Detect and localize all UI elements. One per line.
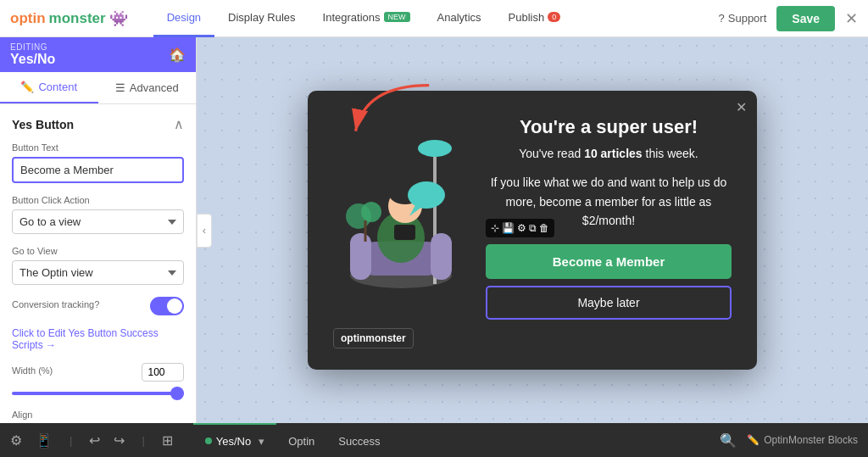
bottom-tab-success[interactable]: Success: [326, 423, 392, 457]
button-text-label: Button Text: [12, 142, 184, 153]
svg-rect-10: [394, 225, 415, 240]
save-button[interactable]: Save: [776, 6, 835, 31]
tab-content[interactable]: ✏️ Content: [0, 72, 98, 103]
script-link[interactable]: Click to Edit Yes Button Success Scripts…: [12, 327, 184, 351]
toolbar-move-icon[interactable]: ⊹: [491, 222, 499, 234]
nav-integrations[interactable]: Integrations NEW: [309, 0, 424, 37]
collapse-panel-button[interactable]: ‹: [197, 214, 212, 248]
left-panel: EDITING Yes/No 🏠 ✏️ Content ☰ Advanced Y…: [0, 37, 197, 423]
nav-links: Design Display Rules Integrations NEW An…: [153, 0, 719, 37]
member-button-container: ⊹ 💾 ⚙ ⧉ 🗑 Become a Member: [486, 244, 732, 286]
svg-rect-5: [350, 233, 371, 280]
popup: ✕: [308, 91, 757, 369]
canvas-area: ‹ ✕: [197, 37, 868, 423]
button-text-input[interactable]: [12, 157, 184, 183]
bottom-right: 🔍 ✏️ OptinMonster Blocks: [720, 432, 858, 449]
go-to-view-field: Go to View The Optin view: [12, 246, 184, 285]
maybe-later-button[interactable]: Maybe later: [486, 286, 732, 320]
become-member-button[interactable]: Become a Member: [486, 244, 732, 279]
nav-right: ? Support Save ✕: [719, 6, 858, 31]
settings-icon[interactable]: ⚙: [10, 432, 22, 449]
bottom-tab-yesno[interactable]: Yes/No ▾: [193, 423, 276, 457]
go-to-view-select[interactable]: The Optin view: [12, 260, 184, 285]
yesno-dot: [205, 437, 212, 444]
nav-display-rules[interactable]: Display Rules: [214, 0, 309, 37]
toolbar-copy-icon[interactable]: ⧉: [529, 222, 537, 234]
popup-logo-area: optinmonster: [333, 332, 732, 344]
width-field: Width (%): [12, 363, 184, 398]
mobile-icon[interactable]: 📱: [36, 432, 53, 449]
popup-title: You're a super user!: [486, 116, 732, 138]
panel-tabs: ✏️ Content ☰ Advanced: [0, 72, 196, 104]
pencil-blocks-icon: ✏️: [747, 434, 760, 446]
editing-title: Yes/No: [10, 52, 55, 67]
toolbar-delete-icon[interactable]: 🗑: [539, 222, 549, 234]
new-badge: NEW: [384, 12, 410, 22]
editing-label: EDITING: [10, 42, 55, 52]
search-icon[interactable]: 🔍: [720, 432, 737, 449]
nav-publish[interactable]: Publish 0: [495, 0, 575, 37]
svg-point-2: [418, 140, 452, 157]
click-action-select[interactable]: Go to a view: [12, 209, 184, 234]
chevron-down-icon: ▾: [259, 435, 264, 448]
popup-illustration: [333, 131, 469, 304]
divider2: |: [142, 434, 144, 447]
main-area: EDITING Yes/No 🏠 ✏️ Content ☰ Advanced Y…: [0, 37, 868, 423]
tab-advanced[interactable]: ☰ Advanced: [98, 72, 197, 103]
toolbar-save-icon[interactable]: 💾: [502, 222, 515, 234]
top-navigation: optinmonster 👾 Design Display Rules Inte…: [0, 0, 868, 37]
bottom-tab-optin[interactable]: Optin: [276, 423, 326, 457]
publish-badge: 0: [548, 12, 560, 22]
align-label: Align: [12, 410, 184, 420]
nav-design[interactable]: Design: [153, 0, 214, 37]
nav-analytics[interactable]: Analytics: [424, 0, 495, 37]
popup-inner: You're a super user! You've read 10 arti…: [333, 116, 732, 319]
popup-logo: optinmonster: [333, 328, 414, 348]
home-icon[interactable]: 🏠: [169, 47, 186, 63]
divider: |: [70, 434, 72, 447]
list-icon: ☰: [115, 81, 125, 94]
go-to-view-label: Go to View: [12, 246, 184, 256]
conversion-tracking-row: Conversion tracking?: [12, 297, 184, 315]
width-input[interactable]: [142, 363, 184, 382]
editing-info: EDITING Yes/No: [10, 42, 55, 67]
redo-icon[interactable]: ↪: [114, 432, 125, 449]
yes-button-section: Yes Button ∧: [12, 116, 184, 132]
bottom-tabs: Yes/No ▾ Optin Success: [193, 423, 392, 457]
blocks-button[interactable]: ✏️ OptinMonster Blocks: [747, 434, 858, 446]
click-action-field: Button Click Action Go to a view: [12, 195, 184, 234]
close-button[interactable]: ✕: [845, 9, 858, 28]
svg-rect-6: [431, 233, 452, 280]
illustration-svg: [333, 131, 469, 301]
svg-point-12: [361, 202, 381, 222]
section-title: Yes Button: [12, 118, 74, 131]
button-text-field: Button Text: [12, 142, 184, 183]
support-button[interactable]: ? Support: [719, 12, 767, 25]
undo-icon[interactable]: ↩: [89, 432, 100, 449]
logo-text: optin: [10, 10, 46, 27]
editing-header: EDITING Yes/No 🏠: [0, 37, 196, 72]
button-toolbar: ⊹ 💾 ⚙ ⧉ 🗑: [486, 219, 554, 237]
width-label: Width (%): [12, 365, 53, 376]
logo: optinmonster 👾: [10, 9, 128, 28]
panel-content: Yes Button ∧ Button Text Button Click Ac…: [0, 104, 196, 423]
popup-content: You're a super user! You've read 10 arti…: [486, 116, 732, 319]
conversion-toggle[interactable]: [150, 297, 184, 315]
pencil-icon: ✏️: [20, 81, 34, 93]
grid-icon[interactable]: ⊞: [162, 432, 173, 449]
toolbar-settings-icon[interactable]: ⚙: [517, 222, 526, 234]
popup-subtitle: You've read 10 articles this week.: [486, 145, 732, 163]
width-slider[interactable]: [12, 392, 184, 395]
popup-close-icon[interactable]: ✕: [736, 99, 747, 115]
svg-point-14: [408, 181, 445, 209]
conversion-label: Conversion tracking?: [12, 299, 99, 309]
section-collapse-icon[interactable]: ∧: [174, 116, 184, 132]
align-field: Align ⫤ ⊟ ⫥: [12, 410, 184, 423]
click-action-label: Button Click Action: [12, 195, 184, 205]
bottom-bar: ⚙ 📱 | ↩ ↪ | ⊞ Yes/No ▾ Optin Success 🔍 ✏…: [0, 423, 868, 457]
